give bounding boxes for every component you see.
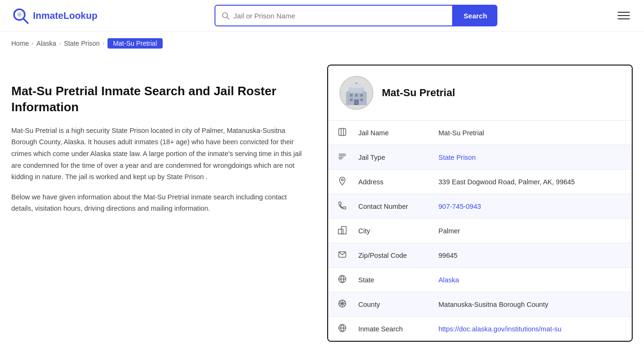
- site-header: InmateLookup Search: [0, 0, 644, 32]
- type-icon: [338, 152, 347, 161]
- left-column: Mat-Su Pretrial Inmate Search and Jail R…: [11, 65, 322, 342]
- table-row: Jail Type State Prison: [328, 145, 632, 170]
- svg-rect-26: [341, 227, 346, 234]
- table-row: City Palmer: [328, 219, 632, 243]
- svg-rect-8: [355, 82, 357, 84]
- table-row: Jail Name Mat-Su Pretrial: [328, 121, 632, 145]
- row-value[interactable]: Alaska: [429, 268, 632, 292]
- zip-icon: [338, 250, 347, 259]
- svg-rect-10: [355, 94, 358, 97]
- row-value[interactable]: State Prison: [429, 145, 632, 170]
- jail-icon: [338, 127, 347, 137]
- svg-rect-25: [339, 229, 343, 234]
- breadcrumb-home[interactable]: Home: [11, 40, 29, 47]
- row-value: 339 East Dogwood Road, Palmer, AK, 99645: [429, 170, 632, 194]
- table-row: County Matanuska-Susitna Borough County: [328, 292, 632, 317]
- page-description-2: Below we have given information about th…: [11, 191, 308, 214]
- row-label: State: [349, 268, 429, 292]
- breadcrumb-state-prison[interactable]: State Prison: [64, 40, 99, 47]
- logo-text: InmateLookup: [33, 10, 98, 21]
- svg-rect-17: [339, 129, 346, 136]
- search-input[interactable]: [233, 12, 446, 20]
- table-row: Contact Number 907-745-0943: [328, 194, 632, 219]
- svg-point-24: [341, 179, 343, 181]
- svg-rect-16: [363, 91, 365, 93]
- right-column: Mat-Su Pretrial Jail Name: [322, 65, 633, 342]
- county-icon: [338, 299, 347, 308]
- row-label: Contact Number: [349, 194, 429, 219]
- row-value[interactable]: https://doc.alaska.gov/institutions/mat-…: [429, 317, 632, 341]
- row-value: Matanuska-Susitna Borough County: [429, 292, 632, 317]
- table-row: Address 339 East Dogwood Road, Palmer, A…: [328, 170, 632, 194]
- breadcrumb-current: Mat-Su Pretrial: [107, 38, 163, 49]
- svg-point-2: [17, 12, 22, 16]
- row-label: County: [349, 292, 429, 317]
- row-value[interactable]: 907-745-0943: [429, 194, 632, 219]
- phone-link[interactable]: 907-745-0943: [438, 203, 481, 210]
- breadcrumb: Home › Alaska › State Prison › Mat-Su Pr…: [0, 32, 644, 55]
- page-description-1: Mat-Su Pretrial is a high security State…: [11, 125, 308, 183]
- svg-rect-7: [352, 83, 361, 88]
- inmate-search-icon: [338, 323, 347, 333]
- facility-avatar: [339, 76, 373, 110]
- row-label: Address: [349, 170, 429, 194]
- row-label: City: [349, 219, 429, 243]
- row-label: Jail Type: [349, 145, 429, 170]
- svg-point-3: [223, 13, 228, 18]
- building-icon: [342, 79, 371, 107]
- card-header: Mat-Su Pretrial: [328, 66, 632, 120]
- logo-icon: [11, 7, 29, 25]
- svg-line-4: [227, 17, 229, 19]
- row-value: Palmer: [429, 219, 632, 243]
- table-row: Inmate Search https://doc.alaska.gov/ins…: [328, 317, 632, 341]
- svg-rect-14: [354, 99, 359, 105]
- menu-line: [618, 18, 630, 19]
- page-title: Mat-Su Pretrial Inmate Search and Jail R…: [11, 83, 308, 115]
- breadcrumb-chevron: ›: [59, 40, 61, 47]
- search-icon: [221, 11, 230, 20]
- main-content: Mat-Su Pretrial Inmate Search and Jail R…: [0, 55, 644, 361]
- row-value: 99645: [429, 243, 632, 268]
- facility-info-card: Mat-Su Pretrial Jail Name: [327, 65, 633, 342]
- location-icon: [338, 176, 347, 186]
- breadcrumb-chevron: ›: [32, 40, 33, 47]
- breadcrumb-alaska[interactable]: Alaska: [36, 40, 56, 47]
- row-value: Mat-Su Pretrial: [429, 121, 632, 145]
- site-logo[interactable]: InmateLookup: [11, 7, 98, 25]
- row-label: Jail Name: [349, 121, 429, 145]
- table-row: Zip/Postal Code 99645: [328, 243, 632, 268]
- card-facility-name: Mat-Su Pretrial: [382, 87, 455, 99]
- svg-rect-15: [348, 91, 350, 93]
- breadcrumb-chevron: ›: [103, 40, 105, 47]
- search-button[interactable]: Search: [453, 5, 497, 26]
- svg-rect-9: [350, 94, 353, 97]
- svg-line-1: [24, 19, 28, 24]
- svg-rect-13: [360, 99, 363, 101]
- inmate-search-link[interactable]: https://doc.alaska.gov/institutions/mat-…: [438, 325, 561, 333]
- table-row: State Alaska: [328, 268, 632, 292]
- svg-rect-12: [350, 99, 353, 101]
- city-icon: [338, 225, 347, 235]
- svg-rect-11: [360, 94, 363, 97]
- info-table: Jail Name Mat-Su Pretrial Jail Ty: [328, 120, 632, 341]
- row-label: Zip/Postal Code: [349, 243, 429, 268]
- hamburger-menu-button[interactable]: [615, 9, 633, 22]
- search-bar: Search: [215, 5, 497, 26]
- menu-line: [618, 15, 630, 16]
- row-label: Inmate Search: [349, 317, 429, 341]
- jail-type-link[interactable]: State Prison: [438, 154, 476, 161]
- globe-icon: [338, 274, 347, 284]
- phone-icon: [338, 201, 347, 210]
- state-link[interactable]: Alaska: [438, 276, 459, 284]
- menu-line: [618, 12, 630, 13]
- search-input-wrapper: [215, 5, 453, 26]
